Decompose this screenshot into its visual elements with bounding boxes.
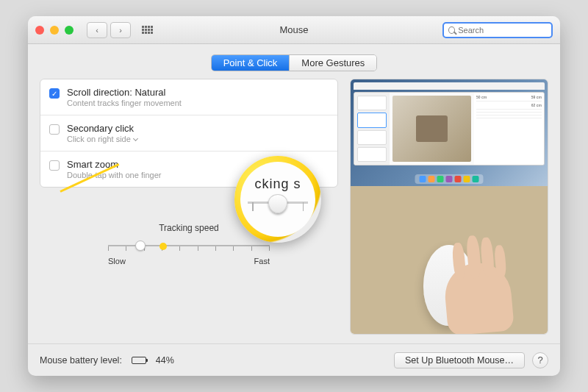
magnified-text: cking s [254,177,301,192]
back-button[interactable]: ‹ [87,22,107,38]
option-subtitle: Double-tap with one finger [67,171,161,179]
titlebar: ‹ › Mouse [28,16,560,44]
checkbox-scroll-direction[interactable]: ✓ [49,88,60,99]
preview-desktop: 50 cm59 cm 62 cm [351,79,548,186]
close-window-button[interactable] [35,26,44,35]
preview-thumb [357,130,387,145]
tab-more-gestures[interactable]: More Gestures [289,55,376,71]
battery-label: Mouse battery level: [40,355,122,366]
setup-bluetooth-button[interactable]: Set Up Bluetooth Mouse… [394,352,525,368]
search-input[interactable] [458,26,547,35]
fast-label: Fast [254,257,270,266]
magnified-slider [248,202,308,204]
minimize-window-button[interactable] [50,26,59,35]
grid-icon [142,26,153,34]
magnifier-lens: cking s [240,162,315,237]
content-area: ✓ Scroll direction: Natural Content trac… [28,79,560,343]
forward-button[interactable]: › [110,22,131,38]
segmented-control: Point & Click More Gestures [211,54,378,71]
help-button[interactable]: ? [532,352,548,368]
preview-panel: 50 cm59 cm 62 cm [350,79,548,335]
search-input-wrapper[interactable] [442,22,553,38]
preview-app-window: 50 cm59 cm 62 cm [354,92,545,165]
slider-labels: Slow Fast [108,257,270,266]
show-all-button[interactable] [137,22,157,38]
tab-bar: Point & Click More Gestures [28,44,560,79]
option-scroll-direction[interactable]: ✓ Scroll direction: Natural Content trac… [40,79,337,115]
preview-sidebar [354,93,390,165]
nav-buttons: ‹ › [87,22,131,38]
search-icon [448,26,455,34]
checkbox-secondary-click[interactable] [49,124,60,135]
preview-thumb [357,96,387,110]
magnifier-overlay: cking s [234,156,321,243]
preview-photo [392,96,471,162]
preview-menubar [354,82,545,90]
option-subtitle: Click on right side [67,135,137,143]
slider-thumb[interactable] [135,240,146,251]
battery-icon [132,357,146,364]
maximize-window-button[interactable] [65,26,74,35]
preview-main: 50 cm59 cm 62 cm [390,93,544,165]
preferences-window: ‹ › Mouse Point & Click More Gestures ✓ [28,16,560,376]
preview-desk [351,186,548,334]
options-column: ✓ Scroll direction: Natural Content trac… [40,79,338,335]
preview-thumb [357,113,387,127]
chevron-left-icon: ‹ [96,26,98,35]
preview-dock [415,174,484,184]
option-subtitle: Content tracks finger movement [67,99,182,107]
chevron-down-icon [133,136,138,141]
window-traffic-lights [35,26,74,35]
option-title: Secondary click [67,123,137,134]
callout-dot [159,243,167,250]
checkbox-smart-zoom[interactable] [49,160,60,171]
tab-point-click[interactable]: Point & Click [212,55,290,71]
slow-label: Slow [108,257,126,266]
chevron-right-icon: › [119,26,122,35]
option-secondary-click[interactable]: Secondary click Click on right side [40,115,337,152]
preview-info: 50 cm59 cm 62 cm [474,93,544,165]
option-title: Scroll direction: Natural [67,87,182,98]
battery-percent: 44% [156,355,174,366]
preview-thumb [357,147,387,162]
footer: Mouse battery level: 44% Set Up Bluetoot… [28,343,560,376]
window-title: Mouse [279,24,308,35]
